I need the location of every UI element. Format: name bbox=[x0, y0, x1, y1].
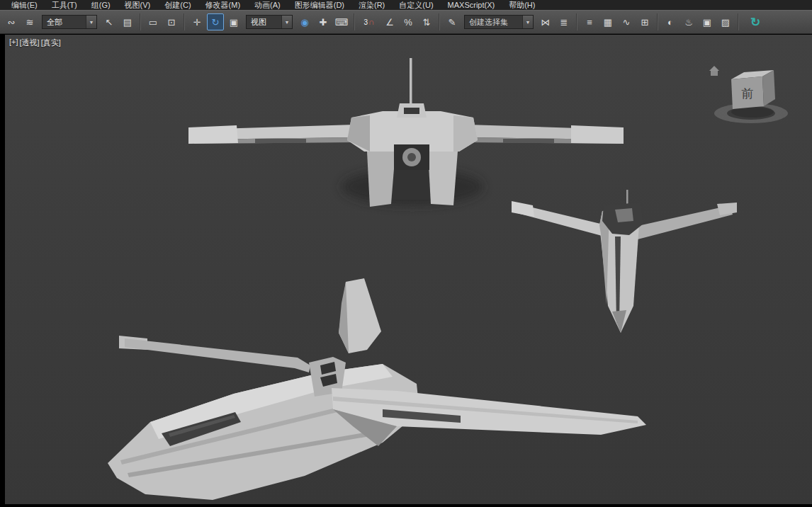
viewcube-front-label[interactable]: 前 bbox=[742, 87, 754, 101]
menu-item-customize[interactable]: 自定义(U) bbox=[392, 0, 440, 10]
named-selection-sets-value: 创建选择集 bbox=[465, 16, 522, 28]
reference-coordinate-dropdown[interactable]: 视图 ▼ bbox=[246, 15, 293, 29]
toolbar-separator bbox=[657, 13, 658, 30]
select-by-name-icon[interactable]: ▤ bbox=[119, 13, 136, 30]
toolbar-separator bbox=[140, 13, 141, 30]
viewport-label: [+] [透视] [真实] bbox=[9, 38, 61, 48]
far-wing bbox=[125, 338, 310, 372]
material-editor-icon[interactable]: ◐ bbox=[662, 13, 679, 30]
toolbar-separator bbox=[184, 13, 185, 30]
aircraft-front-view[interactable] bbox=[188, 58, 624, 207]
antenna bbox=[626, 190, 628, 205]
edit-named-selection-sets-icon[interactable]: ✎ bbox=[444, 13, 461, 30]
menu-item-rendering[interactable]: 渲染(R) bbox=[351, 0, 392, 10]
menu-item-views[interactable]: 视图(V) bbox=[118, 0, 158, 10]
scene-explorer-icon[interactable]: ▦ bbox=[599, 13, 616, 30]
engine-cone-core bbox=[407, 153, 416, 161]
toolbar-separator bbox=[354, 13, 355, 30]
menu-item-help[interactable]: 帮助(H) bbox=[502, 0, 542, 10]
chevron-down-icon: ▼ bbox=[86, 16, 96, 28]
mirror-icon[interactable]: ⋈ bbox=[537, 13, 554, 30]
select-and-link-icon[interactable]: ∾ bbox=[3, 13, 20, 30]
select-and-scale-icon[interactable]: ▣ bbox=[225, 13, 242, 30]
snap-magnet-icon: ∩ bbox=[368, 17, 375, 27]
viewport-menu-label[interactable]: [+] bbox=[9, 38, 18, 48]
schematic-view-icon[interactable]: ⊞ bbox=[636, 13, 653, 30]
render-setup-icon[interactable]: ♨ bbox=[680, 13, 697, 30]
bind-to-space-warp-icon[interactable]: ≋ bbox=[21, 13, 38, 30]
left-wingtip bbox=[512, 201, 534, 217]
select-object-icon[interactable]: ↖ bbox=[101, 13, 118, 30]
angle-snap-icon[interactable]: ∠ bbox=[381, 13, 398, 30]
menu-item-group[interactable]: 组(G) bbox=[84, 0, 118, 10]
main-toolbar: ∾ ≋ 全部 ▼ ↖ ▤ ▭ ⊡ ✛ ↻ ▣ 视图 ▼ ◉ ✚ ⌨ 3 ∩ ∠ … bbox=[0, 10, 812, 34]
spinner-snap-icon[interactable]: ⇅ bbox=[418, 13, 435, 30]
select-and-manipulate-icon[interactable]: ✚ bbox=[315, 13, 332, 30]
right-wing bbox=[635, 205, 733, 239]
menu-item-create[interactable]: 创建(C) bbox=[157, 0, 198, 10]
viewport-pov-label[interactable]: [透视] bbox=[20, 38, 40, 48]
keyboard-override-icon[interactable]: ⌨ bbox=[333, 13, 350, 30]
viewcube[interactable]: 前 bbox=[709, 66, 788, 123]
right-wing-pylon bbox=[503, 139, 554, 143]
viewport-canvas[interactable]: 前 bbox=[5, 35, 812, 504]
select-and-rotate-icon[interactable]: ↻ bbox=[207, 13, 224, 30]
perspective-viewport[interactable]: [+] [透视] [真实] bbox=[5, 35, 812, 504]
right-wingtip bbox=[717, 203, 737, 215]
snaps-toggle-icon[interactable]: 3 ∩ bbox=[359, 13, 380, 30]
menu-item-maxscript[interactable]: MAXScript(X) bbox=[441, 0, 502, 10]
left-landing-fork bbox=[367, 152, 395, 207]
named-selection-sets-dropdown[interactable]: 创建选择集 ▼ bbox=[464, 15, 534, 29]
left-wing-pylon bbox=[255, 139, 306, 143]
percent-snap-icon[interactable]: % bbox=[400, 13, 417, 30]
menu-item-tools[interactable]: 工具(T) bbox=[45, 0, 84, 10]
menu-item-modifiers[interactable]: 修改器(M) bbox=[198, 0, 248, 10]
selection-filter-value: 全部 bbox=[43, 16, 86, 28]
aircraft-perspective-view[interactable] bbox=[108, 278, 646, 500]
3dsmax-window: 编辑(E) 工具(T) 组(G) 视图(V) 创建(C) 修改器(M) 动画(A… bbox=[0, 0, 812, 507]
cockpit-visor bbox=[404, 108, 419, 114]
menu-bar: 编辑(E) 工具(T) 组(G) 视图(V) 创建(C) 修改器(M) 动画(A… bbox=[0, 0, 812, 10]
viewport-shading-label[interactable]: [真实] bbox=[41, 38, 61, 48]
render-production-icon[interactable]: ▨ bbox=[717, 13, 734, 30]
menu-item-animation[interactable]: 动画(A) bbox=[247, 0, 288, 10]
left-wingtip-pod bbox=[188, 125, 238, 144]
workspace: [+] [透视] [真实] bbox=[0, 34, 812, 507]
toolbar-separator bbox=[439, 13, 440, 30]
right-wingtip-pod bbox=[571, 125, 624, 144]
right-landing-fork bbox=[428, 152, 458, 205]
window-crossing-icon[interactable]: ⊡ bbox=[163, 13, 180, 30]
fuselage-right-facet bbox=[453, 115, 478, 152]
chevron-down-icon: ▼ bbox=[522, 16, 533, 28]
snap-mode-label: 3 bbox=[363, 18, 368, 26]
use-pivot-point-icon[interactable]: ◉ bbox=[296, 13, 313, 30]
home-roof bbox=[709, 66, 719, 71]
refresh-icon[interactable]: ↻ bbox=[747, 13, 764, 30]
tail-detail bbox=[615, 208, 633, 222]
menu-item-graph-editors[interactable]: 图形编辑器(D) bbox=[288, 0, 351, 10]
layer-manager-icon[interactable]: ≡ bbox=[581, 13, 598, 30]
curve-editor-icon[interactable]: ∿ bbox=[618, 13, 635, 30]
aircraft-rear-view[interactable] bbox=[512, 190, 737, 333]
reference-coordinate-value: 视图 bbox=[247, 16, 281, 28]
viewcube-home-icon[interactable] bbox=[709, 66, 719, 76]
rendered-frame-window-icon[interactable]: ▣ bbox=[699, 13, 716, 30]
menu-item-edit[interactable]: 编辑(E) bbox=[4, 0, 45, 10]
viewcube-right-face bbox=[762, 70, 775, 106]
selection-filter-dropdown[interactable]: 全部 ▼ bbox=[42, 15, 97, 29]
home-body bbox=[711, 71, 718, 76]
align-icon[interactable]: ≣ bbox=[556, 13, 573, 30]
toolbar-separator bbox=[738, 13, 739, 30]
toolbar-separator bbox=[576, 13, 577, 30]
chevron-down-icon: ▼ bbox=[281, 16, 292, 28]
select-and-move-icon[interactable]: ✛ bbox=[188, 13, 205, 30]
rectangular-selection-region-icon[interactable]: ▭ bbox=[145, 13, 162, 30]
